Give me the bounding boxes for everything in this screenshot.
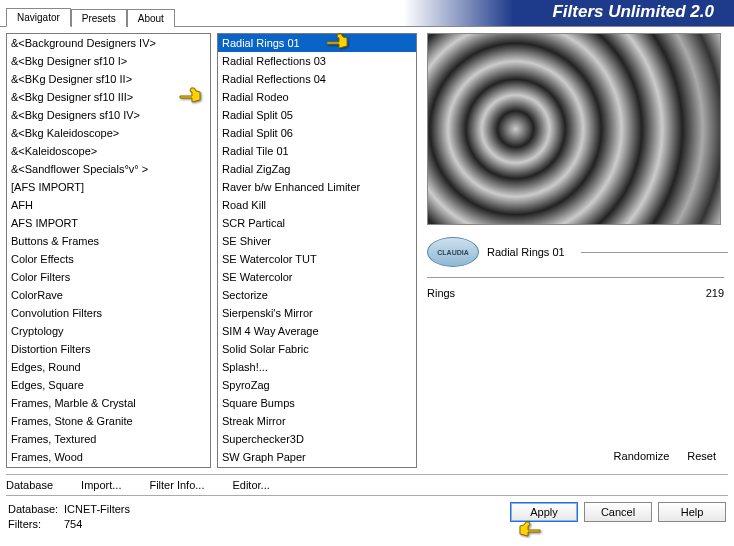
list-item[interactable]: AFH — [7, 196, 210, 214]
list-item[interactable]: &<Bkg Designer sf10 III> — [7, 88, 210, 106]
list-item[interactable]: SIM 4 Way Average — [218, 322, 416, 340]
list-item[interactable]: SE Shiver — [218, 232, 416, 250]
footer-info: Database:ICNET-Filters Filters:754 — [8, 502, 510, 532]
list-item[interactable]: &<Bkg Designers sf10 IV> — [7, 106, 210, 124]
tab-navigator[interactable]: Navigator — [6, 8, 71, 27]
list-item[interactable]: Convolution Filters — [7, 304, 210, 322]
list-item[interactable]: Solid Solar Fabric — [218, 340, 416, 358]
list-item[interactable]: Frames, Wood — [7, 448, 210, 466]
list-item[interactable]: Radial Rings 01 — [218, 34, 416, 52]
list-item[interactable]: &<Background Designers IV> — [7, 34, 210, 52]
list-item[interactable]: [AFS IMPORT] — [7, 178, 210, 196]
list-item[interactable]: Cryptology — [7, 322, 210, 340]
list-item[interactable]: Frames, Stone & Granite — [7, 412, 210, 430]
list-item[interactable]: SE Watercolor TUT — [218, 250, 416, 268]
author-badge: CLAUDIA — [427, 237, 479, 267]
list-item[interactable]: Sierpenski's Mirror — [218, 304, 416, 322]
list-item[interactable]: Gradients — [7, 466, 210, 468]
list-item[interactable]: Radial Tile 01 — [218, 142, 416, 160]
list-item[interactable]: SE Watercolor — [218, 268, 416, 286]
list-item[interactable]: SpyroZag — [218, 376, 416, 394]
list-item[interactable]: SW Hollow Dot — [218, 466, 416, 468]
list-item[interactable]: &<Bkg Kaleidoscope> — [7, 124, 210, 142]
apply-button[interactable]: Apply — [510, 502, 578, 522]
list-item[interactable]: Sectorize — [218, 286, 416, 304]
list-item[interactable]: Radial Split 05 — [218, 106, 416, 124]
list-item[interactable]: Road Kill — [218, 196, 416, 214]
list-item[interactable]: Edges, Round — [7, 358, 210, 376]
tab-about[interactable]: About — [127, 9, 175, 27]
list-item[interactable]: Color Effects — [7, 250, 210, 268]
list-item[interactable]: Radial Split 06 — [218, 124, 416, 142]
category-list[interactable]: &<Background Designers IV>&<Bkg Designer… — [6, 33, 211, 468]
param-row: Rings 219 — [427, 282, 728, 306]
list-item[interactable]: Color Filters — [7, 268, 210, 286]
list-item[interactable]: ColorRave — [7, 286, 210, 304]
list-item[interactable]: SCR Partical — [218, 214, 416, 232]
list-item[interactable]: &<Sandflower Specials°v° > — [7, 160, 210, 178]
randomize-button[interactable]: Randomize — [614, 450, 670, 462]
import-button[interactable]: Import... — [81, 479, 121, 491]
list-item[interactable]: Square Bumps — [218, 394, 416, 412]
list-item[interactable]: &<Bkg Designer sf10 I> — [7, 52, 210, 70]
list-item[interactable]: SW Graph Paper — [218, 448, 416, 466]
help-button[interactable]: Help — [658, 502, 726, 522]
list-item[interactable]: Superchecker3D — [218, 430, 416, 448]
list-item[interactable]: Radial Reflections 04 — [218, 70, 416, 88]
list-item[interactable]: Edges, Square — [7, 376, 210, 394]
filter-info-button[interactable]: Filter Info... — [149, 479, 204, 491]
editor-button[interactable]: Editor... — [232, 479, 269, 491]
list-item[interactable]: Splash!... — [218, 358, 416, 376]
list-item[interactable]: Distortion Filters — [7, 340, 210, 358]
list-item[interactable]: Raver b/w Enhanced Limiter — [218, 178, 416, 196]
list-item[interactable]: Buttons & Frames — [7, 232, 210, 250]
database-button[interactable]: Database — [6, 479, 53, 491]
param-label: Rings — [427, 287, 487, 299]
param-slider[interactable] — [495, 284, 680, 302]
reset-button[interactable]: Reset — [687, 450, 716, 462]
list-item[interactable]: Streak Mirror — [218, 412, 416, 430]
list-item[interactable]: &<BKg Designer sf10 II> — [7, 70, 210, 88]
list-item[interactable]: Radial Rodeo — [218, 88, 416, 106]
list-item[interactable]: AFS IMPORT — [7, 214, 210, 232]
preview-image — [427, 33, 721, 225]
list-item[interactable]: Radial ZigZag — [218, 160, 416, 178]
list-item[interactable]: Frames, Textured — [7, 430, 210, 448]
filter-list[interactable]: Radial Rings 01Radial Reflections 03Radi… — [217, 33, 417, 468]
list-item[interactable]: &<Kaleidoscope> — [7, 142, 210, 160]
current-filter-name: Radial Rings 01 — [487, 246, 565, 258]
cancel-button[interactable]: Cancel — [584, 502, 652, 522]
param-value: 219 — [688, 287, 724, 299]
list-item[interactable]: Radial Reflections 03 — [218, 52, 416, 70]
list-item[interactable]: Frames, Marble & Crystal — [7, 394, 210, 412]
tab-presets[interactable]: Presets — [71, 9, 127, 27]
app-title: Filters Unlimited 2.0 — [552, 2, 714, 22]
